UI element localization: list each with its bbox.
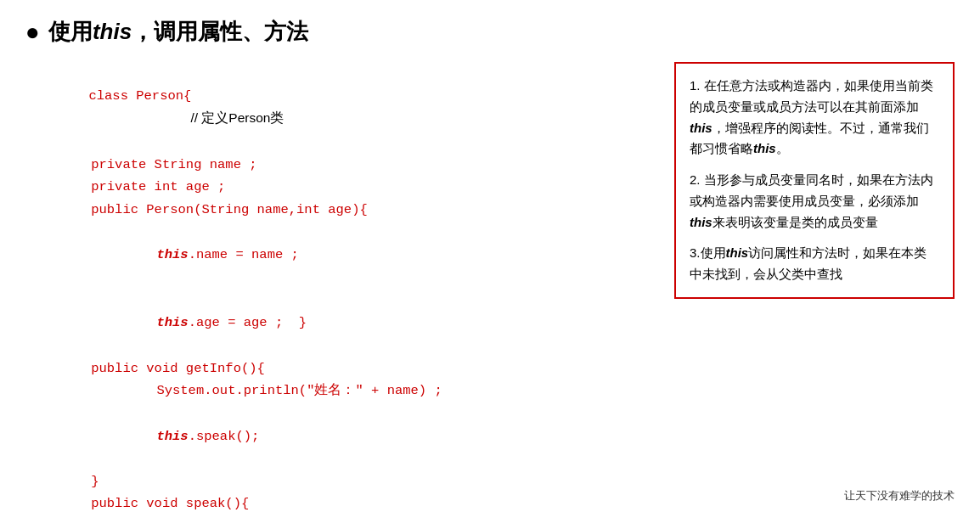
watermark: 让天下没有难学的技术 [844,488,955,504]
page-title: ● 使用this，调用属性、方法 [25,17,955,47]
code-line-10: } [25,470,657,493]
code-line-2: private String name ; [25,154,657,177]
code-line-1: class Person{ // 定义Person类 [25,62,657,154]
info-point-1: 1. 在任意方法或构造器内，如果使用当前类的成员变量或成员方法可以在其前面添加t… [690,76,939,160]
code-line-9: this.speak(); [25,402,657,470]
code-line-3: private int age ; [25,176,657,199]
code-line-6: this.age = age ; } [25,290,657,357]
code-comment: // 定义Person类 [88,110,284,125]
this-bold-1: this [690,121,712,135]
code-line-7: public void getInfo(){ [25,357,657,380]
this-bold-4: this [726,245,749,260]
info-box: 1. 在任意方法或构造器内，如果使用当前类的成员变量或成员方法可以在其前面添加t… [674,62,955,299]
code-line-4: public Person(String name,int age){ [25,199,657,222]
code-line-5: this.name = name ; [25,222,657,290]
bullet-icon: ● [25,19,40,46]
main-container: ● 使用this，调用属性、方法 class Person{ // 定义Pers… [0,0,980,512]
title-this-keyword: this [93,19,132,44]
info-point-2: 2. 当形参与成员变量同名时，如果在方法内或构造器内需要使用成员变量，必须添加t… [690,170,939,233]
info-point-3: 3.使用this访问属性和方法时，如果在本类中未找到，会从父类中查找 [690,243,939,285]
title-text: 使用this，调用属性、方法 [48,17,308,47]
content-row: class Person{ // 定义Person类 private Strin… [25,62,955,512]
code-section: class Person{ // 定义Person类 private Strin… [25,62,657,512]
code-line-11: public void speak(){ [25,492,657,512]
code-line-8: System.out.println("姓名：" + name) ; [25,380,657,402]
this-bold-3: this [690,215,712,229]
this-bold-2: this [753,141,776,155]
